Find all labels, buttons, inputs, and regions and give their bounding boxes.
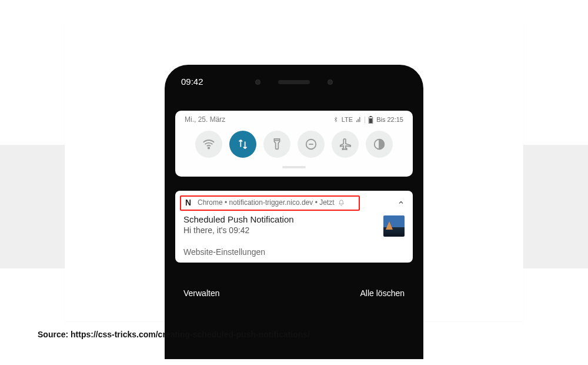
network-label: LTE [342, 116, 353, 123]
flashlight-icon [270, 138, 283, 151]
notification-title: Scheduled Push Notification [183, 214, 376, 224]
dnd-tile[interactable] [298, 131, 325, 158]
brightness-icon [373, 138, 386, 151]
battery-icon [368, 116, 373, 124]
chevron-up-icon[interactable] [397, 199, 405, 206]
notification-card[interactable]: N Chrome • notification-trigger.nico.dev… [175, 191, 413, 263]
mobile-data-tile[interactable] [229, 131, 256, 158]
clear-all-button[interactable]: Alle löschen [360, 288, 405, 298]
shade-footer: Verwalten Alle löschen [175, 283, 413, 304]
notification-shade-panel: Mi., 25. März LTE Bis 22:15 [175, 111, 413, 177]
flashlight-tile[interactable] [263, 131, 290, 158]
svg-point-3 [208, 147, 209, 148]
do-not-disturb-icon [305, 138, 318, 151]
app-badge-icon: N [183, 198, 193, 207]
notification-source-line: Chrome • notification-trigger.nico.dev •… [198, 198, 335, 207]
airplane-mode-icon [339, 138, 352, 151]
shade-drag-handle[interactable] [282, 166, 306, 168]
airplane-tile[interactable] [332, 131, 359, 158]
brightness-tile[interactable] [366, 131, 393, 158]
manage-notifications-button[interactable]: Verwalten [183, 288, 219, 298]
phone-notch [241, 73, 347, 91]
front-camera-icon [328, 79, 333, 85]
notification-thumbnail [383, 215, 405, 237]
notification-header: N Chrome • notification-trigger.nico.dev… [183, 198, 405, 207]
front-camera-icon [255, 79, 260, 85]
source-caption: Source: https://css-tricks.com/creating-… [38, 330, 310, 339]
phone-screen: 09:42 Mi., 25. März LTE Bis 22:15 [173, 73, 415, 359]
phone-frame: 09:42 Mi., 25. März LTE Bis 22:15 [165, 65, 423, 359]
divider [365, 117, 365, 123]
mobile-data-icon [236, 138, 249, 151]
notification-body: Scheduled Push Notification Hi there, it… [183, 214, 405, 237]
svg-rect-2 [369, 118, 372, 123]
wifi-tile[interactable] [195, 131, 222, 158]
shade-date: Mi., 25. März [185, 115, 225, 124]
quick-settings-row [182, 128, 406, 162]
signal-icon [356, 117, 362, 122]
wifi-icon [202, 138, 215, 151]
notification-message: Hi there, it's 09:42 [183, 225, 376, 235]
status-bar-time: 09:42 [181, 77, 203, 87]
battery-until: Bis 22:15 [376, 116, 403, 123]
shade-status-icons: LTE Bis 22:15 [333, 116, 403, 124]
bluetooth-icon [333, 116, 339, 123]
bell-icon [338, 200, 345, 206]
speaker-grille [278, 80, 310, 84]
shade-top-row: Mi., 25. März LTE Bis 22:15 [182, 115, 406, 124]
notification-settings-link[interactable]: Website-Einstellungen [183, 247, 405, 257]
